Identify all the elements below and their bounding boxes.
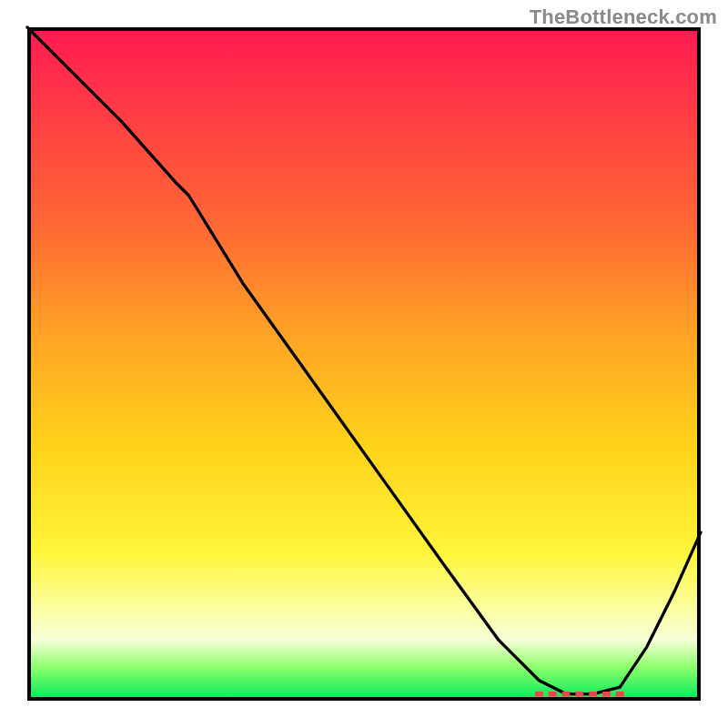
- trough-marker: [602, 692, 611, 696]
- trough-marker: [589, 692, 597, 696]
- watermark-label: TheBottleneck.com: [530, 5, 717, 29]
- trough-marker: [562, 692, 571, 696]
- trough-markers: [535, 692, 624, 696]
- curve-layer: [27, 27, 701, 701]
- chart-wrapper: TheBottleneck.com: [0, 0, 728, 728]
- trough-marker: [535, 692, 543, 696]
- plot-area: [27, 27, 701, 701]
- bottleneck-curve: [27, 27, 701, 694]
- trough-marker: [575, 692, 583, 696]
- trough-marker: [549, 692, 557, 696]
- trough-marker: [616, 692, 624, 696]
